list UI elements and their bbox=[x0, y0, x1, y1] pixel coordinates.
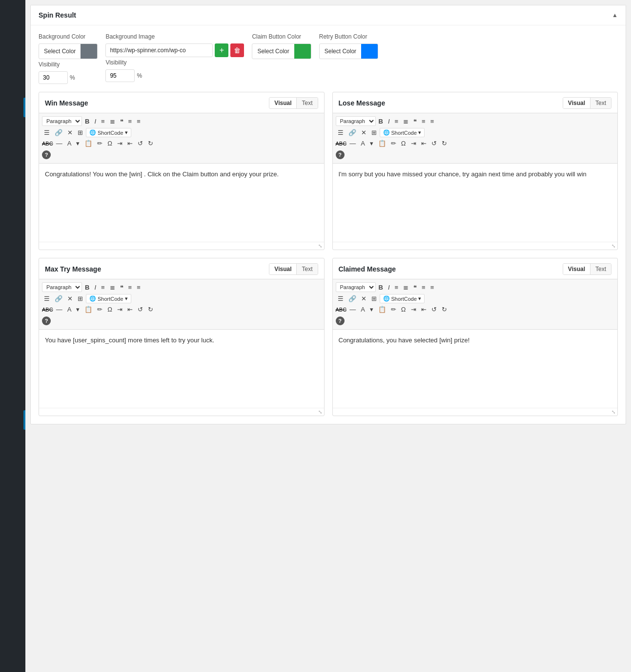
maxtry-link-btn[interactable]: 🔗 bbox=[53, 294, 64, 303]
maxtry-quote-btn[interactable]: ❝ bbox=[118, 283, 125, 292]
win-table-btn[interactable]: ⊞ bbox=[76, 128, 85, 137]
win-ol-btn[interactable]: ≣ bbox=[108, 117, 117, 126]
claimed-align-center-btn[interactable]: ≡ bbox=[420, 283, 427, 292]
lose-unlink-btn[interactable]: ✕ bbox=[359, 128, 368, 137]
claimed-ol-btn[interactable]: ≣ bbox=[401, 283, 410, 292]
claimed-bold-btn[interactable]: B bbox=[377, 283, 385, 292]
lose-outdent-btn[interactable]: ⇤ bbox=[419, 139, 428, 147]
lose-bold-btn[interactable]: B bbox=[377, 117, 385, 126]
bg-image-delete-button[interactable]: 🗑 bbox=[230, 43, 244, 57]
claimed-redo-btn[interactable]: ↻ bbox=[440, 305, 449, 314]
lose-help-btn[interactable]: ? bbox=[336, 150, 345, 159]
maxtry-bold-btn[interactable]: B bbox=[83, 283, 91, 292]
claimed-align-left-btn[interactable]: ☰ bbox=[336, 294, 346, 303]
maxtry-editor-content[interactable]: You have [user_spins_count] more times l… bbox=[39, 330, 324, 408]
maxtry-indent-btn[interactable]: ⇥ bbox=[115, 305, 124, 314]
claimed-table-btn[interactable]: ⊞ bbox=[369, 294, 379, 303]
win-ul-btn[interactable]: ≡ bbox=[99, 117, 107, 126]
claimed-italic-btn[interactable]: I bbox=[386, 283, 392, 292]
maxtry-align-center-btn[interactable]: ≡ bbox=[126, 283, 134, 292]
claimed-help-btn[interactable]: ? bbox=[336, 316, 345, 325]
claimed-outdent-btn[interactable]: ⇤ bbox=[419, 305, 428, 314]
win-link-btn[interactable]: 🔗 bbox=[53, 128, 64, 137]
claimed-link-btn[interactable]: 🔗 bbox=[346, 294, 358, 303]
bg-image-url-input[interactable] bbox=[105, 43, 213, 57]
claimed-font-color-btn[interactable]: A bbox=[359, 305, 367, 314]
lose-paste-btn[interactable]: 📋 bbox=[376, 139, 388, 147]
lose-ol-btn[interactable]: ≣ bbox=[401, 117, 410, 126]
maxtry-ol-btn[interactable]: ≣ bbox=[108, 283, 117, 292]
lose-hr-btn[interactable]: — bbox=[347, 139, 358, 147]
maxtry-font-down-btn[interactable]: ▾ bbox=[74, 305, 81, 314]
maxtry-help-btn[interactable]: ? bbox=[42, 316, 51, 325]
claimed-hr-btn[interactable]: — bbox=[347, 305, 358, 314]
lose-italic-btn[interactable]: I bbox=[386, 117, 392, 126]
lose-align-right-btn[interactable]: ≡ bbox=[428, 117, 436, 126]
panel-collapse-icon[interactable]: ▲ bbox=[612, 12, 618, 19]
win-bold-btn[interactable]: B bbox=[83, 117, 91, 126]
maxtry-unlink-btn[interactable]: ✕ bbox=[65, 294, 75, 303]
lose-paragraph-select[interactable]: Paragraph bbox=[336, 116, 376, 126]
win-redo-btn[interactable]: ↻ bbox=[146, 139, 155, 147]
lose-redo-btn[interactable]: ↻ bbox=[440, 139, 449, 147]
maxtry-tab-text[interactable]: Text bbox=[297, 264, 317, 274]
win-clear-btn[interactable]: ✏ bbox=[95, 139, 104, 147]
lose-align-left-btn[interactable]: ☰ bbox=[336, 128, 346, 137]
maxtry-align-left-btn[interactable]: ☰ bbox=[42, 294, 52, 303]
claimed-paste-btn[interactable]: 📋 bbox=[376, 305, 388, 314]
maxtry-ul-btn[interactable]: ≡ bbox=[99, 283, 107, 292]
lose-table-btn[interactable]: ⊞ bbox=[369, 128, 379, 137]
win-font-color-btn[interactable]: A bbox=[65, 139, 74, 147]
lose-font-down-btn[interactable]: ▾ bbox=[368, 139, 375, 147]
win-hr-btn[interactable]: — bbox=[54, 139, 64, 147]
win-unlink-btn[interactable]: ✕ bbox=[65, 128, 75, 137]
lose-tab-text[interactable]: Text bbox=[590, 98, 611, 108]
win-font-down-btn[interactable]: ▾ bbox=[74, 139, 81, 147]
claimed-clear-btn[interactable]: ✏ bbox=[389, 305, 398, 314]
lose-omega-btn[interactable]: Ω bbox=[399, 139, 408, 147]
maxtry-paragraph-select[interactable]: Paragraph bbox=[42, 282, 82, 292]
maxtry-italic-btn[interactable]: I bbox=[92, 283, 98, 292]
maxtry-paste-btn[interactable]: 📋 bbox=[82, 305, 94, 314]
win-omega-btn[interactable]: Ω bbox=[105, 139, 114, 147]
win-paste-btn[interactable]: 📋 bbox=[82, 139, 94, 147]
claimed-align-right-btn[interactable]: ≡ bbox=[428, 283, 436, 292]
win-italic-btn[interactable]: I bbox=[92, 117, 98, 126]
maxtry-tab-visual[interactable]: Visual bbox=[269, 264, 297, 274]
win-align-left-btn[interactable]: ☰ bbox=[42, 128, 52, 137]
claimed-unlink-btn[interactable]: ✕ bbox=[359, 294, 368, 303]
win-align-center-btn[interactable]: ≡ bbox=[126, 117, 134, 126]
claimed-quote-btn[interactable]: ❝ bbox=[411, 283, 419, 292]
win-tab-visual[interactable]: Visual bbox=[269, 98, 297, 108]
maxtry-hr-btn[interactable]: — bbox=[54, 305, 64, 314]
visibility1-input[interactable] bbox=[39, 71, 68, 84]
maxtry-font-color-btn[interactable]: A bbox=[65, 305, 74, 314]
visibility2-input[interactable] bbox=[105, 69, 135, 82]
claimed-ul-btn[interactable]: ≡ bbox=[393, 283, 401, 292]
win-align-right-btn[interactable]: ≡ bbox=[135, 117, 142, 126]
claim-color-picker[interactable]: Select Color bbox=[252, 43, 311, 59]
win-editor-content[interactable]: Congratulations! You won the [win] . Cli… bbox=[39, 164, 324, 242]
lose-tab-visual[interactable]: Visual bbox=[563, 98, 590, 108]
maxtry-outdent-btn[interactable]: ⇤ bbox=[125, 305, 135, 314]
win-indent-btn[interactable]: ⇥ bbox=[115, 139, 124, 147]
claimed-font-down-btn[interactable]: ▾ bbox=[368, 305, 375, 314]
maxtry-clear-btn[interactable]: ✏ bbox=[95, 305, 104, 314]
lose-link-btn[interactable]: 🔗 bbox=[346, 128, 358, 137]
claimed-tab-visual[interactable]: Visual bbox=[563, 264, 590, 274]
win-quote-btn[interactable]: ❝ bbox=[118, 117, 125, 126]
maxtry-omega-btn[interactable]: Ω bbox=[105, 305, 114, 314]
retry-color-picker[interactable]: Select Color bbox=[319, 43, 378, 59]
win-outdent-btn[interactable]: ⇤ bbox=[125, 139, 135, 147]
claimed-tab-text[interactable]: Text bbox=[590, 264, 611, 274]
win-help-btn[interactable]: ? bbox=[42, 150, 51, 159]
claimed-shortcode-btn[interactable]: 🌐 ShortCode ▾ bbox=[380, 294, 425, 303]
claimed-indent-btn[interactable]: ⇥ bbox=[409, 305, 418, 314]
maxtry-table-btn[interactable]: ⊞ bbox=[76, 294, 85, 303]
lose-shortcode-btn[interactable]: 🌐 ShortCode ▾ bbox=[380, 128, 425, 137]
maxtry-align-right-btn[interactable]: ≡ bbox=[135, 283, 142, 292]
bg-image-add-button[interactable]: + bbox=[215, 43, 228, 57]
win-paragraph-select[interactable]: Paragraph bbox=[42, 116, 82, 126]
lose-editor-content[interactable]: I'm sorry but you have missed your chanc… bbox=[333, 164, 618, 242]
lose-undo-btn[interactable]: ↺ bbox=[429, 139, 439, 147]
